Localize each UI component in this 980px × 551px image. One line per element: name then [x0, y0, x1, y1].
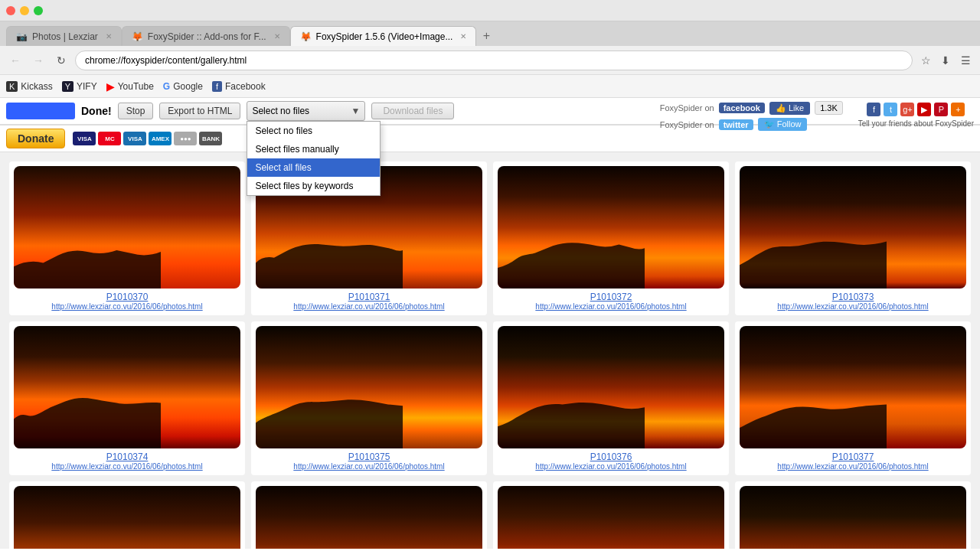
silhouette-svg-p1010379	[256, 535, 403, 549]
gplus-share-icon[interactable]: g+	[900, 103, 914, 116]
card2-icon: ●●●	[174, 132, 197, 145]
facebook-platform-icon: facebook	[719, 103, 765, 113]
dropdown-all-files[interactable]: Select all files	[247, 158, 380, 177]
pinterest-share-icon[interactable]: P	[934, 103, 948, 116]
dropdown-no-files[interactable]: Select no files	[247, 122, 380, 140]
gallery-grid: P1010370http://www.lexziar.co.vu/2016/06…	[0, 152, 980, 549]
gallery-item-p1010374: P1010374http://www.lexziar.co.vu/2016/06…	[9, 321, 245, 475]
yify-icon: Y	[62, 81, 74, 92]
forward-button[interactable]: →	[29, 51, 47, 70]
bookmark-youtube[interactable]: ▶ YouTube	[106, 80, 154, 93]
image-label-p1010374[interactable]: P1010374	[106, 452, 149, 462]
dropdown-manually[interactable]: Select files manually	[247, 140, 380, 158]
twitter-row: FoxySpider on twitter 🐦 Follow	[660, 118, 843, 131]
google-label: Google	[173, 81, 203, 92]
address-bar[interactable]: chrome://foxyspider/content/gallery.html	[75, 51, 913, 70]
settings-icon[interactable]: ☰	[957, 52, 974, 69]
image-label-p1010375[interactable]: P1010375	[348, 452, 390, 462]
thumbnail-p1010380[interactable]	[498, 486, 724, 549]
donate-button[interactable]: Donate	[6, 129, 65, 148]
thumbnail-p1010370[interactable]	[14, 166, 240, 289]
thumbnail-p1010376[interactable]	[498, 326, 724, 448]
tab-main-label: FoxySpider 1.5.6 (Video+Image...	[316, 31, 453, 42]
bookmark-star-icon[interactable]: ☆	[917, 52, 934, 69]
download-files-button[interactable]: Download files	[371, 103, 454, 119]
close-window-button[interactable]	[6, 6, 15, 15]
visa-icon: VISA	[73, 132, 96, 145]
twitter-platform-icon: twitter	[719, 119, 753, 130]
download-icon[interactable]: ⬇	[937, 52, 954, 69]
thumbnail-p1010373[interactable]	[740, 166, 966, 289]
mastercard-icon: MC	[98, 132, 121, 145]
file-select-menu: Select no files Select files manually Se…	[247, 121, 381, 196]
image-url-p1010371[interactable]: http://www.lexziar.co.vu/2016/06/photos.…	[293, 302, 444, 311]
image-url-p1010377[interactable]: http://www.lexziar.co.vu/2016/06/photos.…	[777, 462, 928, 471]
image-label-p1010373[interactable]: P1010373	[832, 292, 874, 302]
export-html-button[interactable]: Export to HTML	[159, 103, 240, 119]
image-url-p1010375[interactable]: http://www.lexziar.co.vu/2016/06/photos.…	[293, 462, 444, 471]
dropdown-by-keywords[interactable]: Select files by keywords	[247, 177, 380, 195]
yt-share-icon[interactable]: ▶	[917, 103, 931, 116]
back-button[interactable]: ←	[6, 51, 24, 70]
thumbnail-p1010381[interactable]	[740, 486, 966, 549]
fb-label: FoxySpider on	[660, 103, 714, 112]
file-select-wrapper: Select no files ▼ Select no files Select…	[247, 101, 365, 121]
refresh-button[interactable]: ↻	[52, 51, 70, 70]
minimize-window-button[interactable]	[20, 6, 29, 15]
tab-addons-close[interactable]: ✕	[274, 32, 280, 41]
like-count: 1.3K	[815, 101, 843, 115]
bookmark-facebook[interactable]: f Facebook	[212, 81, 266, 92]
tab-addons-label: FoxySpider :: Add-ons for F...	[148, 31, 266, 42]
tw-label: FoxySpider on	[660, 120, 714, 129]
tab-main-close[interactable]: ✕	[460, 32, 466, 41]
gallery-item-p1010381: P1010381http://www.lexziar.co.vu/2016/06…	[735, 481, 971, 549]
fb-share-icon[interactable]: f	[867, 103, 880, 116]
kickass-icon: K	[6, 81, 18, 92]
tw-share-icon[interactable]: t	[884, 103, 897, 116]
thumbnail-p1010374[interactable]	[14, 326, 240, 448]
tabs-bar: 📷 Photos | Lexziar ✕ 🦊 FoxySpider :: Add…	[0, 21, 980, 46]
image-url-p1010372[interactable]: http://www.lexziar.co.vu/2016/06/photos.…	[535, 302, 686, 311]
image-label-p1010372[interactable]: P1010372	[590, 292, 632, 302]
tab-photos[interactable]: 📷 Photos | Lexziar ✕	[6, 26, 122, 46]
thumbnail-p1010378[interactable]	[14, 486, 240, 549]
tab-foxyspider-addons[interactable]: 🦊 FoxySpider :: Add-ons for F... ✕	[122, 26, 290, 46]
gallery-item-p1010370: P1010370http://www.lexziar.co.vu/2016/06…	[9, 161, 245, 315]
image-label-p1010370[interactable]: P1010370	[106, 292, 149, 302]
thumbnail-p1010379[interactable]	[256, 486, 482, 549]
bookmark-kickass[interactable]: K Kickass	[6, 81, 53, 92]
payment-icons: VISA MC VISA AMEX ●●● BANK	[73, 132, 222, 145]
bookmark-google[interactable]: G Google	[163, 81, 203, 92]
amex-icon: AMEX	[149, 132, 172, 145]
plus-share-icon[interactable]: +	[951, 103, 965, 116]
tab-foxyspider-main[interactable]: 🦊 FoxySpider 1.5.6 (Video+Image... ✕	[290, 26, 477, 46]
silhouette-svg-p1010373	[740, 215, 887, 289]
new-tab-button[interactable]: +	[476, 26, 496, 46]
yify-label: YIFY	[77, 81, 97, 92]
facebook-like-button[interactable]: 👍 Like	[769, 102, 810, 115]
thumbnail-p1010375[interactable]	[256, 326, 482, 448]
thumbnail-p1010377[interactable]	[740, 326, 966, 448]
bookmarks-bar: K Kickass Y YIFY ▶ YouTube G Google f Fa…	[0, 75, 980, 98]
tab-photos-close[interactable]: ✕	[106, 32, 112, 41]
gallery-item-p1010375: P1010375http://www.lexziar.co.vu/2016/06…	[251, 321, 487, 475]
stop-button[interactable]: Stop	[118, 103, 154, 119]
progress-bar	[6, 103, 75, 119]
image-label-p1010376[interactable]: P1010376	[590, 452, 632, 462]
silhouette-svg-p1010372	[498, 215, 645, 289]
image-label-p1010371[interactable]: P1010371	[348, 292, 390, 302]
twitter-follow-button[interactable]: 🐦 Follow	[758, 118, 808, 131]
file-select-dropdown[interactable]: Select no files ▼	[247, 101, 365, 121]
maximize-window-button[interactable]	[34, 6, 43, 15]
thumbnail-p1010372[interactable]	[498, 166, 724, 289]
tab-addons-icon: 🦊	[132, 31, 143, 42]
file-select-value: Select no files	[252, 106, 309, 116]
image-url-p1010373[interactable]: http://www.lexziar.co.vu/2016/06/photos.…	[777, 302, 928, 311]
bookmark-yify[interactable]: Y YIFY	[62, 81, 97, 92]
silhouette-svg-p1010377	[740, 375, 887, 448]
image-url-p1010374[interactable]: http://www.lexziar.co.vu/2016/06/photos.…	[51, 462, 202, 471]
image-label-p1010377[interactable]: P1010377	[832, 452, 874, 462]
silhouette-svg-p1010371	[256, 215, 403, 289]
image-url-p1010376[interactable]: http://www.lexziar.co.vu/2016/06/photos.…	[535, 462, 686, 471]
image-url-p1010370[interactable]: http://www.lexziar.co.vu/2016/06/photos.…	[51, 302, 202, 311]
